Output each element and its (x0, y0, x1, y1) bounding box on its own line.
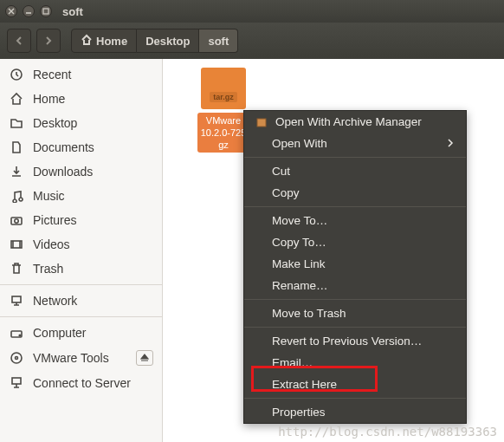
sidebar-item-connect-server[interactable]: Connect to Server (0, 371, 162, 395)
menu-email[interactable]: Email… (244, 352, 466, 374)
music-icon (9, 189, 24, 203)
menu-item-label: Email… (272, 356, 313, 369)
toolbar: Home Desktop soft (0, 23, 504, 59)
sidebar-item-label: Music (33, 189, 65, 203)
svg-rect-5 (12, 296, 21, 302)
svg-point-7 (19, 335, 21, 336)
archive-manager-icon (255, 116, 268, 128)
video-icon (9, 237, 24, 251)
network-icon (9, 294, 24, 308)
sidebar-item-desktop[interactable]: Desktop (0, 111, 162, 135)
window-title: soft (62, 5, 83, 18)
menu-revert-previous-version[interactable]: Revert to Previous Version… (244, 330, 466, 352)
file-icon (9, 140, 24, 154)
menu-item-label: Move To… (272, 214, 327, 227)
sidebar-item-label: Desktop (33, 116, 77, 130)
menu-separator (244, 398, 466, 399)
path-label: Desktop (145, 35, 190, 48)
menu-item-label: Move to Trash (272, 307, 346, 320)
sidebar-item-label: Downloads (33, 165, 93, 179)
menu-item-label: Rename… (272, 279, 328, 292)
menu-cut[interactable]: Cut (244, 160, 466, 182)
sidebar-item-trash[interactable]: Trash (0, 257, 162, 281)
menu-separator (244, 157, 466, 158)
path-segment-current[interactable]: soft (199, 29, 238, 53)
trash-icon (9, 262, 24, 276)
cd-icon (9, 351, 24, 365)
sidebar-item-vmware-tools[interactable]: VMware Tools (0, 345, 162, 371)
sidebar: Recent Home Desktop Documents Downloads … (0, 59, 163, 442)
svg-rect-10 (12, 378, 21, 384)
menu-item-label: Make Link (272, 257, 326, 270)
path-label: soft (208, 35, 229, 48)
sidebar-item-videos[interactable]: Videos (0, 232, 162, 257)
camera-icon (9, 213, 24, 227)
nav-back-button[interactable] (7, 29, 31, 53)
svg-rect-0 (43, 9, 48, 14)
download-icon (9, 165, 24, 179)
sidebar-item-documents[interactable]: Documents (0, 135, 162, 159)
menu-item-label: Cut (272, 165, 290, 178)
clock-icon (9, 68, 24, 81)
window-close-button[interactable] (5, 5, 17, 17)
watermark: http://blog.csdn.net/w88193363 (278, 425, 497, 439)
menu-copy-to[interactable]: Copy To… (244, 231, 466, 253)
menu-item-label: Open With (272, 137, 327, 150)
folder-icon (9, 116, 24, 130)
menu-item-label: Properties (272, 406, 326, 419)
window-titlebar: soft (0, 0, 504, 23)
menu-separator (244, 206, 466, 207)
sidebar-item-label: Pictures (33, 213, 77, 227)
archive-icon: tar.gz (201, 68, 246, 109)
sidebar-item-downloads[interactable]: Downloads (0, 159, 162, 184)
menu-move-to[interactable]: Move To… (244, 210, 466, 231)
svg-point-3 (15, 219, 18, 223)
sidebar-item-label: Connect to Server (33, 376, 131, 390)
sidebar-item-home[interactable]: Home (0, 87, 162, 111)
sidebar-item-label: Recent (33, 68, 71, 81)
archive-badge: tar.gz (210, 92, 237, 102)
menu-separator (244, 299, 466, 300)
path-label: Home (96, 35, 127, 48)
breadcrumb: Home Desktop soft (71, 29, 238, 53)
menu-rename[interactable]: Rename… (244, 275, 466, 296)
menu-open-with-archive-manager[interactable]: Open With Archive Manager (244, 111, 466, 133)
sidebar-item-computer[interactable]: Computer (0, 321, 162, 345)
sidebar-item-network[interactable]: Network (0, 289, 162, 313)
window-minimize-button[interactable] (23, 5, 35, 17)
eject-button[interactable] (136, 350, 153, 366)
home-icon (81, 34, 93, 49)
context-menu: Open With Archive Manager Open With Cut … (243, 110, 467, 424)
menu-open-with[interactable]: Open With (244, 133, 466, 154)
menu-item-label: Copy To… (272, 236, 326, 249)
sidebar-item-label: Home (33, 92, 65, 106)
menu-properties[interactable]: Properties (244, 401, 466, 423)
path-segment-home[interactable]: Home (71, 29, 137, 53)
menu-item-label: Open With Archive Manager (275, 115, 422, 128)
submenu-arrow-icon (447, 137, 454, 150)
sidebar-item-pictures[interactable]: Pictures (0, 208, 162, 232)
svg-rect-11 (257, 119, 266, 127)
menu-extract-here[interactable]: Extract Here (244, 374, 466, 395)
sidebar-item-label: Trash (33, 262, 63, 276)
sidebar-item-music[interactable]: Music (0, 184, 162, 208)
window-maximize-button[interactable] (40, 5, 52, 17)
path-segment-desktop[interactable]: Desktop (137, 29, 199, 53)
sidebar-item-label: Videos (33, 237, 70, 251)
menu-move-to-trash[interactable]: Move to Trash (244, 302, 466, 324)
menu-copy[interactable]: Copy (244, 182, 466, 204)
svg-point-9 (16, 357, 18, 360)
sidebar-item-label: Computer (33, 326, 86, 340)
sidebar-item-recent[interactable]: Recent (0, 62, 162, 87)
file-name: VMware 10.2.0-725 gz (197, 113, 250, 153)
disk-icon (9, 326, 24, 340)
menu-item-label: Revert to Previous Version… (272, 335, 422, 348)
sidebar-item-label: Documents (33, 140, 94, 154)
svg-point-8 (11, 353, 22, 363)
menu-make-link[interactable]: Make Link (244, 253, 466, 275)
sidebar-separator (0, 316, 162, 317)
nav-forward-button[interactable] (36, 29, 61, 53)
menu-item-label: Copy (272, 186, 300, 199)
home-icon (9, 92, 24, 106)
menu-item-label: Extract Here (272, 378, 337, 391)
